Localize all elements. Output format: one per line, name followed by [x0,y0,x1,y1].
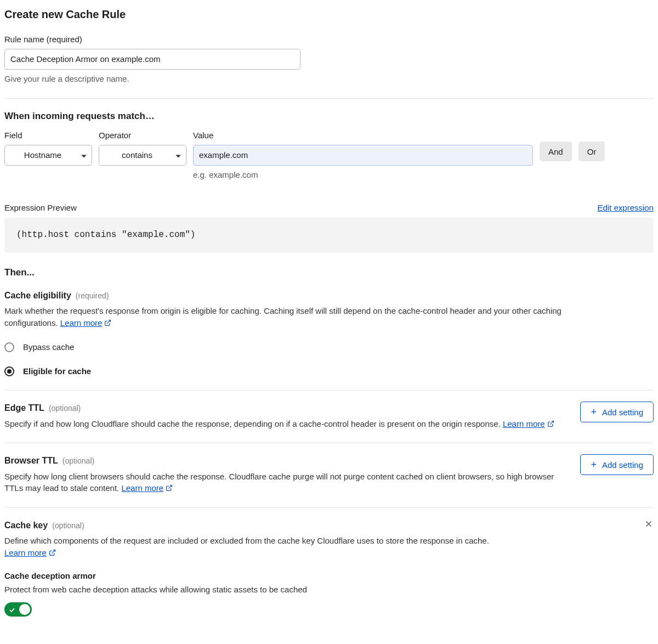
edge-ttl-desc: Specify if and how long Cloudflare shoul… [4,418,554,430]
field-select[interactable]: Hostname [4,145,92,166]
browser-ttl-desc: Specify how long client browsers should … [4,471,567,495]
external-link-icon [49,547,56,555]
divider [4,98,654,99]
toggle-knob [19,604,30,615]
cache-key-desc-text: Define which components of the request a… [4,536,489,545]
add-setting-label: Add setting [602,408,643,417]
bypass-cache-label: Bypass cache [23,341,74,353]
divider [4,443,654,443]
plus-icon: + [591,460,597,470]
cache-deception-armor-desc: Protect from web cache deception attacks… [4,584,586,596]
operator-label: Operator [99,129,186,142]
rule-name-hint: Give your rule a descriptive name. [4,73,654,85]
rule-name-input[interactable] [4,49,300,70]
field-select-value: Hostname [24,150,61,160]
rule-name-label: Rule name (required) [4,33,654,46]
cache-eligibility-title: Cache eligibility [4,289,71,302]
eligible-cache-radio[interactable] [4,366,14,376]
browser-ttl-title: Browser TTL [4,454,58,467]
eligible-cache-label: Eligible for cache [23,365,91,377]
learn-more-text: Learn more [121,483,163,493]
then-heading: Then... [4,266,654,280]
optional-tag: (optional) [63,455,94,466]
learn-more-text: Learn more [4,548,47,557]
learn-more-link[interactable]: Learn more [4,548,56,557]
radio-dot-icon [7,369,12,374]
expression-preview-label: Expression Preview [4,202,77,214]
operator-select-value: contains [122,150,152,160]
bypass-cache-radio[interactable] [4,342,14,352]
cache-deception-armor-toggle[interactable] [4,602,32,617]
external-link-icon [166,483,173,490]
divider [4,507,654,508]
learn-more-text: Learn more [503,419,545,428]
learn-more-link[interactable]: Learn more [60,318,112,327]
and-button[interactable]: And [540,142,572,161]
edge-ttl-desc-text: Specify if and how long Cloudflare shoul… [4,419,503,428]
required-tag: (required) [76,290,109,301]
value-input[interactable] [193,145,533,166]
external-link-icon [104,318,111,325]
learn-more-text: Learn more [60,318,103,327]
add-setting-label: Add setting [602,460,643,470]
edge-ttl-title: Edge TTL [4,402,44,414]
value-label: Value [193,129,533,142]
cache-deception-armor-title: Cache deception armor [4,570,654,582]
add-setting-button[interactable]: + Add setting [580,402,654,422]
check-icon [8,605,16,617]
expression-code: (http.host contains "example.com") [4,218,654,252]
add-setting-button[interactable]: + Add setting [580,454,654,475]
value-hint: e.g. example.com [193,169,533,181]
close-icon[interactable] [644,519,654,529]
browser-ttl-desc-text: Specify how long client browsers should … [4,472,554,493]
optional-tag: (optional) [52,520,84,531]
cache-key-title: Cache key [4,519,48,532]
edit-expression-link[interactable]: Edit expression [597,202,654,214]
field-label: Field [4,129,92,142]
page-title: Create new Cache Rule [4,7,654,22]
cache-key-desc: Define which components of the request a… [4,535,586,559]
or-button[interactable]: Or [578,142,605,161]
match-heading: When incoming requests match… [4,110,654,123]
learn-more-link[interactable]: Learn more [121,483,173,493]
optional-tag: (optional) [49,403,81,414]
cache-eligibility-desc: Mark whether the request's response from… [4,305,586,329]
learn-more-link[interactable]: Learn more [503,419,554,428]
plus-icon: + [591,407,597,417]
operator-select[interactable]: contains [99,145,186,166]
external-link-icon [547,419,554,426]
divider [4,390,654,391]
